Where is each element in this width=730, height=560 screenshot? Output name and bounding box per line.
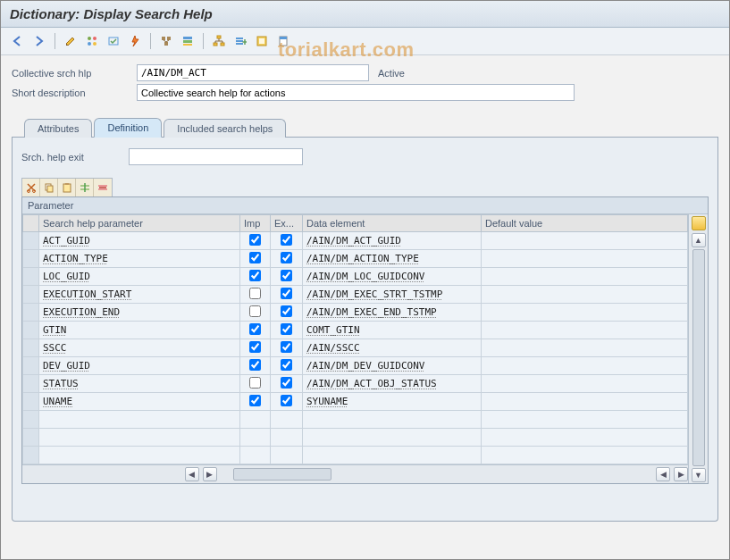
row-selector[interactable] xyxy=(23,411,39,429)
cell-param[interactable]: EXECUTION_END xyxy=(39,304,240,322)
cell-exp[interactable] xyxy=(271,357,303,375)
cell-data-element[interactable]: /AIN/DM_ACT_OBJ_STATUS xyxy=(303,375,482,393)
cell-imp[interactable] xyxy=(240,393,271,411)
cell-exp[interactable] xyxy=(271,322,303,339)
cell-exp[interactable] xyxy=(271,339,303,357)
cell-imp[interactable] xyxy=(240,250,271,268)
scroll-right-button[interactable]: ▶ xyxy=(203,467,217,481)
col-default-value[interactable]: Default value xyxy=(482,215,688,232)
row-selector[interactable] xyxy=(23,429,39,447)
cell-imp[interactable] xyxy=(240,304,271,322)
cell-data-element[interactable]: /AIN/DM_ACTION_TYPE xyxy=(303,250,482,268)
other-object-button[interactable] xyxy=(82,31,102,51)
append-button[interactable] xyxy=(231,31,250,51)
technical-settings-button[interactable] xyxy=(252,31,272,51)
cell-exp[interactable] xyxy=(271,393,303,411)
cell-param[interactable]: DEV_GUID xyxy=(39,357,240,375)
paste-button[interactable] xyxy=(58,179,76,196)
cell-exp[interactable] xyxy=(271,411,303,429)
check-button[interactable] xyxy=(104,31,123,51)
vscroll-track[interactable] xyxy=(692,249,705,466)
delete-row-button[interactable] xyxy=(94,179,112,196)
insert-row-button[interactable] xyxy=(76,179,94,196)
forward-button[interactable] xyxy=(29,31,49,51)
cell-imp[interactable] xyxy=(240,447,271,464)
col-data-element[interactable]: Data element xyxy=(303,215,482,232)
collective-srch-hlp-input[interactable] xyxy=(137,64,369,81)
cell-param[interactable]: EXECUTION_START xyxy=(39,286,240,304)
documentation-button[interactable] xyxy=(273,31,293,51)
cell-default-value[interactable] xyxy=(482,339,688,357)
row-selector[interactable] xyxy=(23,322,39,339)
cell-exp[interactable] xyxy=(271,250,303,268)
row-selector[interactable] xyxy=(23,375,39,393)
back-button[interactable] xyxy=(8,31,28,51)
cell-data-element[interactable]: /AIN/DM_EXEC_STRT_TSTMP xyxy=(303,286,482,304)
cell-data-element[interactable]: /AIN/SSCC xyxy=(303,339,482,357)
tab-attributes[interactable]: Attributes xyxy=(24,119,92,138)
tab-definition[interactable]: Definition xyxy=(94,118,162,138)
cell-param[interactable] xyxy=(39,429,240,447)
cell-imp[interactable] xyxy=(240,286,271,304)
cell-default-value[interactable] xyxy=(482,232,688,250)
short-description-input[interactable] xyxy=(137,84,575,101)
row-selector[interactable] xyxy=(23,339,39,357)
cell-exp[interactable] xyxy=(271,447,303,464)
cell-default-value[interactable] xyxy=(482,268,688,286)
cell-data-element[interactable]: SYUNAME xyxy=(303,393,482,411)
cell-exp[interactable] xyxy=(271,429,303,447)
cell-data-element[interactable]: COMT_GTIN xyxy=(303,322,482,339)
scroll-down-button[interactable]: ▼ xyxy=(692,468,706,482)
cell-data-element[interactable]: /AIN/DM_DEV_GUIDCONV xyxy=(303,357,482,375)
col-param[interactable]: Search help parameter xyxy=(39,215,240,232)
cell-param[interactable]: LOC_GUID xyxy=(39,268,240,286)
cell-data-element[interactable] xyxy=(303,447,482,464)
cell-param[interactable]: UNAME xyxy=(39,393,240,411)
hierarchy-button[interactable] xyxy=(209,31,229,51)
scroll-left-button-2[interactable]: ◀ xyxy=(656,467,670,481)
cell-default-value[interactable] xyxy=(482,447,688,464)
row-selector[interactable] xyxy=(23,232,39,250)
row-selector[interactable] xyxy=(23,357,39,375)
cell-default-value[interactable] xyxy=(482,250,688,268)
cell-default-value[interactable] xyxy=(482,322,688,339)
cell-exp[interactable] xyxy=(271,232,303,250)
cell-imp[interactable] xyxy=(240,339,271,357)
tab-included-search-helps[interactable]: Included search helps xyxy=(164,119,286,138)
hscroll-track[interactable] xyxy=(233,468,331,481)
cell-exp[interactable] xyxy=(271,268,303,286)
where-used-button[interactable] xyxy=(156,31,176,51)
cell-param[interactable]: ACTION_TYPE xyxy=(39,250,240,268)
activate-button[interactable] xyxy=(125,31,145,51)
cell-imp[interactable] xyxy=(240,232,271,250)
cell-param[interactable]: GTIN xyxy=(39,322,240,339)
cell-imp[interactable] xyxy=(240,411,271,429)
cell-exp[interactable] xyxy=(271,286,303,304)
cell-imp[interactable] xyxy=(240,322,271,339)
row-selector[interactable] xyxy=(23,286,39,304)
col-imp[interactable]: Imp xyxy=(240,215,271,232)
scroll-right-button-2[interactable]: ▶ xyxy=(674,467,688,481)
row-selector[interactable] xyxy=(23,268,39,286)
cell-default-value[interactable] xyxy=(482,375,688,393)
cell-param[interactable]: ACT_GUID xyxy=(39,232,240,250)
cell-exp[interactable] xyxy=(271,304,303,322)
row-selector[interactable] xyxy=(23,393,39,411)
cell-data-element[interactable]: /AIN/DM_LOC_GUIDCONV xyxy=(303,268,482,286)
cell-imp[interactable] xyxy=(240,429,271,447)
cell-data-element[interactable]: /AIN/DM_ACT_GUID xyxy=(303,232,482,250)
cell-default-value[interactable] xyxy=(482,393,688,411)
row-selector[interactable] xyxy=(23,447,39,464)
row-selector[interactable] xyxy=(23,304,39,322)
display-change-button[interactable] xyxy=(61,31,80,51)
cell-default-value[interactable] xyxy=(482,286,688,304)
cell-default-value[interactable] xyxy=(482,429,688,447)
cut-button[interactable] xyxy=(22,179,40,196)
cell-imp[interactable] xyxy=(240,268,271,286)
cell-param[interactable] xyxy=(39,447,240,464)
cell-imp[interactable] xyxy=(240,357,271,375)
scroll-left-button[interactable]: ◀ xyxy=(185,467,199,481)
cell-param[interactable]: STATUS xyxy=(39,375,240,393)
cell-param[interactable] xyxy=(39,411,240,429)
cell-exp[interactable] xyxy=(271,375,303,393)
